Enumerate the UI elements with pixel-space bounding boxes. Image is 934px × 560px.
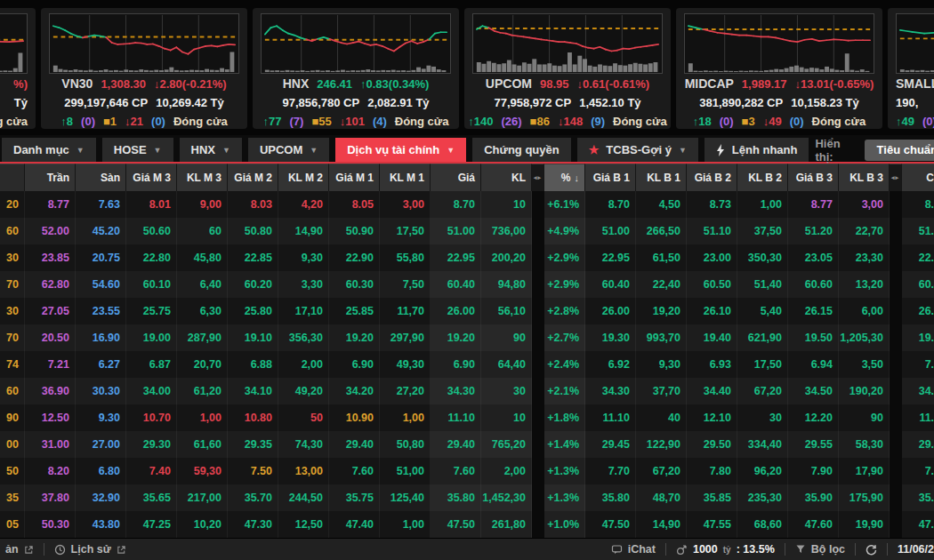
column-header-KL M 1[interactable]: KL M 1 (380, 164, 431, 191)
column-header-Giá[interactable]: Giá (431, 164, 481, 191)
table-row[interactable]: 3537.8032.9035.65217,0035.70244,5035.751… (0, 484, 934, 511)
price-cell: 19.20 (329, 324, 380, 351)
price-cell: +1.8% (544, 404, 585, 431)
price-cell: 10.90 (329, 404, 380, 431)
market-panel-vnindex[interactable]: %)Tỷg cửa (0, 8, 36, 129)
market-panel-upcom[interactable]: UPCOM98.95↓0.61(-0.61%)77,958,972 CP1,45… (464, 8, 671, 129)
nav-tab-chung-quyen[interactable]: Chứng quyền (472, 138, 571, 162)
nav-tab-label: Chứng quyền (484, 143, 560, 156)
nav-tab-dich-vu-tai-chinh[interactable]: Dịch vụ tài chính▼ (335, 138, 466, 162)
price-cell: 8.77 (25, 191, 76, 218)
panel-summary-line: HNX246.41↑0.83(0.34%) (261, 76, 451, 92)
price-cell: 350,30 (737, 244, 788, 271)
price-cell: +2.9% (544, 244, 585, 271)
nav-tab-danh-muc[interactable]: Danh mục▼ (2, 138, 96, 162)
index-turnover: 10,158.23 Tỷ (791, 94, 859, 111)
cash-flow-indicator[interactable]: 1000 tỷ : 13.5% (676, 543, 775, 556)
table-row[interactable]: 0031.0027.0029.3061,6029.3574,3029.4050,… (0, 431, 934, 458)
nav-tab-hose[interactable]: HOSE▼ (102, 138, 173, 162)
decliners-count: ↓148 (558, 113, 583, 130)
table-row[interactable]: 3023.8520.7522.8045,8022.859,3022.9055,8… (0, 244, 934, 271)
table-row[interactable]: 7020.5016.9019.00287,9019.10356,3019.202… (0, 324, 934, 351)
table-row[interactable]: 9012.509.3010.701,0010.805010.901,0011.1… (0, 404, 934, 431)
column-header-Trần[interactable]: Trần (25, 164, 76, 191)
history-button[interactable]: Lịch sử (54, 543, 126, 556)
table-row[interactable]: 7062.8054.6060.106,4060.203,3060.307,506… (0, 271, 934, 298)
price-cell: 51,40 (737, 271, 788, 298)
panel-volume-line: 97,856,780 CP2,082.91 Tỷ (261, 94, 451, 111)
nav-tab-hnx[interactable]: HNX▼ (180, 138, 242, 162)
mini-chart-hnx (261, 13, 451, 74)
column-header-Cao[interactable]: Cao (902, 164, 934, 191)
nav-tab-tcbs-goi-y[interactable]: ★TCBS-Gợi ý▼ (577, 138, 698, 162)
column-separator (890, 271, 902, 298)
refresh-button[interactable] (866, 544, 877, 556)
table-row[interactable]: 6052.0045.2050.606050.8014,9050.9017,505… (0, 218, 934, 244)
price-cell: 49,20 (278, 378, 329, 404)
column-header-KL B 1[interactable]: KL B 1 (636, 164, 687, 191)
table-row[interactable]: 208.777.638.019,008.034,208.053,008.7010… (0, 191, 934, 218)
price-cell: 60 (0, 378, 25, 404)
mini-chart-upcom (472, 13, 663, 74)
price-cell: 23.85 (25, 244, 76, 271)
column-header-KL M 3[interactable]: KL M 3 (177, 164, 228, 191)
column-header-Sàn[interactable]: Sàn (76, 164, 126, 191)
market-panel-hnx[interactable]: HNX246.41↑0.83(0.34%)97,856,780 CP2,082.… (253, 8, 459, 129)
divider (665, 543, 666, 556)
column-header-Giá M 1[interactable]: Giá M 1 (329, 164, 380, 191)
price-cell: 7.60 (902, 458, 934, 484)
filter-button[interactable]: Bộ lọc (795, 543, 845, 556)
table-row[interactable]: 747.216.276.8720,706.882,006.9049,306.90… (0, 351, 934, 378)
column-header-KL[interactable]: KL (481, 164, 532, 191)
column-header-Giá B 1[interactable]: Giá B 1 (585, 164, 636, 191)
column-header-label: Cao (926, 172, 934, 184)
nav-tab-upcom[interactable]: UPCOM▼ (248, 138, 329, 162)
market-panel-smallcap[interactable]: SMALLCAP190,↑49(0) (888, 8, 934, 129)
column-separator (532, 324, 544, 351)
price-cell: 7.21 (25, 351, 76, 378)
index-change: %) (13, 76, 28, 92)
price-cell: 6.92 (585, 351, 636, 378)
price-cell: 1,452,30 (481, 484, 532, 511)
table-row[interactable]: 0550.3043.8047.2510,2047.3012,5047.401,0… (0, 511, 934, 538)
status-bar: ản Lịch sử iChat 1000 tỷ : 13.5% (0, 538, 934, 560)
market-status: g cửa (0, 113, 28, 130)
price-cell: 30 (737, 404, 788, 431)
column-header-KL B 2[interactable]: KL B 2 (737, 164, 788, 191)
column-header-Giá M 3[interactable]: Giá M 3 (126, 164, 177, 191)
chevron-down-icon: ▼ (222, 146, 230, 155)
price-cell: 60.50 (687, 271, 737, 298)
ichat-button[interactable]: iChat (611, 543, 656, 556)
price-cell: 35.80 (902, 484, 934, 511)
table-row[interactable]: 6036.9030.3034.0061,2034.1049,2034.2027,… (0, 378, 934, 404)
price-cell: 36.90 (25, 378, 76, 404)
price-cell: 50 (0, 458, 25, 484)
column-header-%[interactable]: %↓ (544, 164, 585, 191)
cut-left-tab-label: ản (5, 543, 19, 556)
price-cell: +4.9% (544, 218, 585, 244)
column-header-KL B 3[interactable]: KL B 3 (839, 164, 890, 191)
market-panels-strip: %)Tỷg cửaVN301,308.30↓2.80(-0.21%)299,19… (0, 0, 934, 135)
table-row[interactable]: 3027.0523.5525.756,3025.8017,1025.8511,7… (0, 298, 934, 324)
market-panel-vn30[interactable]: VN301,308.30↓2.80(-0.21%)299,197,646 CP1… (41, 8, 247, 129)
table-row[interactable]: 508.206.807.4059,307.5013,007.6051,007.6… (0, 458, 934, 484)
price-cell: 6.90 (431, 351, 481, 378)
column-header-ref[interactable] (0, 164, 25, 191)
column-header-KL M 2[interactable]: KL M 2 (278, 164, 329, 191)
column-header-Giá B 2[interactable]: Giá B 2 (687, 164, 737, 191)
price-cell: 60.60 (788, 271, 839, 298)
market-panel-midcap[interactable]: MIDCAP1,989.17↓13.01(-0.65%)381,890,282 … (676, 8, 882, 129)
price-cell: 2,00 (278, 351, 329, 378)
display-mode-button[interactable]: Tiêu chuẩn (865, 140, 934, 161)
price-cell: 58,30 (839, 431, 890, 458)
column-header-Giá B 3[interactable]: Giá B 3 (788, 164, 839, 191)
column-header-label: Giá M 1 (335, 172, 374, 184)
price-cell: 68,60 (737, 511, 788, 538)
panel-volume-line: 299,197,646 CP10,269.42 Tỷ (49, 94, 239, 111)
cut-left-tab[interactable]: ản (5, 543, 34, 556)
price-cell: 20 (0, 191, 25, 218)
column-header-Giá M 2[interactable]: Giá M 2 (228, 164, 278, 191)
nav-tab-lenh-nhanh[interactable]: Lệnh nhanh (705, 138, 809, 162)
price-cell: 17,10 (278, 298, 329, 324)
index-volume: 97,856,780 CP (282, 94, 359, 111)
